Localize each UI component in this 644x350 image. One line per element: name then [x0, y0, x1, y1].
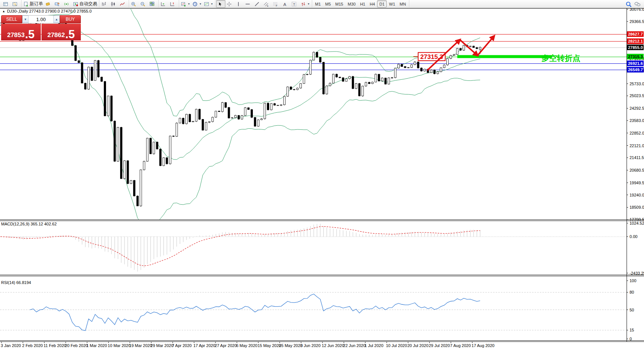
timeframe-group: M1M5M15M30H1H4D1W1MN	[312, 0, 409, 8]
timeframe-d1-button[interactable]: D1	[377, 0, 387, 7]
arrows-button[interactable]: ▼	[300, 0, 311, 8]
volume-decrease-button[interactable]: ▼	[22, 16, 29, 23]
window-grid-icon	[3, 1, 8, 7]
textA-icon: A	[282, 1, 287, 7]
svg-text:T: T	[293, 2, 295, 6]
toolbar-group: EFAT▼	[215, 0, 312, 8]
hline-icon	[245, 1, 250, 7]
sell-button[interactable]: SELL	[1, 15, 22, 23]
rsi-layer	[0, 292, 627, 330]
fibonacci-button[interactable]: F	[272, 0, 281, 8]
bar-chart-button[interactable]	[100, 0, 109, 8]
date-axis-label: 20 Feb 2020	[65, 343, 88, 348]
timeframe-m15-button[interactable]: M15	[333, 0, 345, 7]
date-axis-label: 11 Feb 2020	[43, 343, 66, 348]
chevron-down-icon[interactable]: ▼	[188, 3, 190, 5]
zoom-in-button[interactable]	[130, 0, 139, 8]
date-axis-label: 17 Apr 2020	[193, 343, 215, 348]
signals-button[interactable]	[63, 0, 72, 8]
collapse-chart-icon[interactable]: ▲	[2, 10, 5, 13]
market-watch-button[interactable]	[44, 0, 53, 8]
mt4-window: 新订单自动交易▼▼▼EFAT▼M1M5M15M30H1H4D1W1MN 2731…	[0, 0, 644, 350]
chevron-down-icon[interactable]: ▼	[199, 3, 202, 5]
timeframe-h1-button[interactable]: H1	[358, 0, 367, 7]
crosshair-icon	[227, 1, 232, 7]
toolbar-group	[129, 0, 159, 8]
volume-increase-button[interactable]: ▲	[53, 16, 60, 23]
zoom-in-icon	[131, 1, 136, 7]
new-chart-button[interactable]	[2, 0, 11, 8]
symbol-ohlc-text: DJ30-,Daily 27743.0 27900.0 27470.0 2785…	[7, 9, 92, 13]
tile-windows-button[interactable]	[148, 0, 158, 8]
macd-axis-label: -2433.25	[630, 271, 644, 275]
text-button[interactable]: A	[281, 0, 290, 8]
timeframe-mn-button[interactable]: MN	[397, 0, 408, 7]
auto-scroll-button[interactable]	[159, 0, 169, 8]
price-axis-label: 19949.5	[630, 181, 644, 185]
rsi-axis-label: 50	[630, 308, 634, 312]
cursor-icon	[217, 1, 222, 7]
buy-button[interactable]: BUY	[60, 15, 81, 23]
autotrading-button[interactable]: 自动交易	[72, 0, 98, 8]
search-icon[interactable]	[625, 1, 631, 7]
volume-input[interactable]	[29, 16, 53, 23]
zoom-out-button[interactable]	[139, 0, 148, 8]
crosshair-button[interactable]	[225, 0, 235, 8]
text-label-button[interactable]: T	[290, 0, 300, 8]
sell-price[interactable]: 27853 .5	[1, 24, 41, 40]
timeframe-m1-button[interactable]: M1	[313, 0, 323, 7]
timeframe-w1-button[interactable]: W1	[387, 0, 397, 7]
macd-label: MACD(12,26,9) 365.12 402.62	[1, 222, 57, 226]
profiles-button[interactable]	[11, 0, 20, 8]
buy-price-whole: 27862	[47, 32, 65, 39]
metaeditor-button[interactable]	[53, 0, 63, 8]
macd-axis-label: 0.00	[630, 234, 637, 239]
toolbar-group: 新订单自动交易	[22, 0, 99, 8]
price-tag-text: 26921.6	[628, 61, 643, 66]
new-order-button[interactable]: 新订单	[22, 0, 44, 8]
timeframe-m5-button[interactable]: M5	[323, 0, 333, 7]
candlestick-chart-button[interactable]	[109, 0, 119, 8]
annotations-layer[interactable]: 27315.3多空转折点	[413, 36, 580, 70]
support-zone-bar[interactable]	[457, 55, 552, 58]
toolbar-group	[99, 0, 129, 8]
cursor-button[interactable]	[216, 0, 225, 8]
line-chart-button[interactable]	[119, 0, 128, 8]
chevron-down-icon[interactable]: ▼	[211, 3, 213, 5]
price-axis-label: 19240.0	[630, 193, 644, 197]
vertical-line-button[interactable]	[235, 0, 244, 8]
date-axis-label: 6 May 2020	[236, 343, 257, 348]
trend-arrow[interactable]	[478, 36, 494, 56]
price-axis-label: 20680.5	[630, 168, 644, 172]
macd-axis-label: 1024.52	[630, 221, 644, 225]
price-axis-label: 30076.0	[630, 8, 644, 11]
periods-button[interactable]: ▼	[191, 0, 203, 8]
window-search-icon	[12, 1, 17, 7]
equidistant-channel-button[interactable]: E	[262, 0, 272, 8]
rsi-axis-label: 100	[630, 278, 636, 283]
trendline-button[interactable]	[253, 0, 262, 8]
timeframe-m30-button[interactable]: M30	[346, 0, 358, 7]
indicators-button[interactable]: ▼	[180, 0, 191, 8]
price-axis-label: 24292.5	[630, 106, 644, 110]
horizontal-line-button[interactable]	[244, 0, 253, 8]
svg-text:E: E	[267, 4, 268, 7]
date-axis-label: 22 Jun 2020	[343, 343, 366, 348]
buy-price[interactable]: 27862 .5	[42, 24, 81, 40]
chat-icon[interactable]	[634, 1, 640, 7]
svg-text:F: F	[276, 4, 277, 6]
autotrade-icon	[73, 1, 78, 7]
chart-window: 27315.3多空转折点30076.029366.527195.026484.0…	[0, 8, 644, 350]
rsi-axis-label: 80	[630, 290, 634, 294]
templates-button[interactable]: ▼	[203, 0, 214, 8]
date-axis-label: 3 Jun 2020	[300, 343, 320, 348]
timeframe-h4-button[interactable]: H4	[367, 0, 377, 7]
chevron-down-icon[interactable]: ▼	[307, 3, 310, 5]
date-axis-label: 10 Jul 2020	[386, 343, 407, 348]
candles-layer	[0, 18, 481, 207]
date-axis-label: 12 Jun 2020	[322, 343, 344, 348]
rsi-axis-label: 15	[630, 328, 634, 332]
turning-point-label[interactable]: 多空转折点	[541, 54, 580, 63]
chart-shift-button[interactable]	[169, 0, 178, 8]
date-axis[interactable]: 3 Jan 20202 Feb 202011 Feb 202020 Feb 20…	[1, 342, 495, 348]
